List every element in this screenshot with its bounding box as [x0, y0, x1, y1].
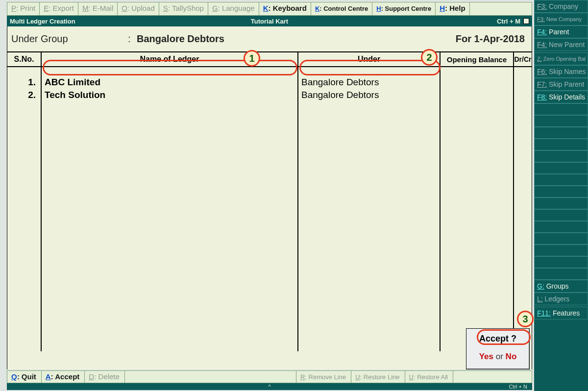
side-ledgers: L: Ledgers — [534, 293, 588, 305]
menu-upload: O: Upload — [118, 2, 159, 15]
annotation-marker-1: 1 — [244, 50, 260, 67]
row-sno: 1. — [7, 76, 36, 89]
accept-yes[interactable]: Yes — [479, 352, 493, 361]
strip-left: Multi Ledger Creation — [10, 18, 75, 25]
side-empty — [534, 233, 588, 244]
side-new-company: F3: New Company — [534, 13, 588, 25]
accept-no[interactable]: No — [506, 352, 517, 361]
menu-export: E: Export — [40, 2, 78, 15]
side-company: F3: Company — [534, 0, 588, 13]
row-sno: 2. — [7, 89, 36, 101]
accept-or: or — [496, 352, 506, 361]
side-parent[interactable]: F4: Parent — [534, 25, 588, 38]
side-empty — [534, 197, 588, 209]
header-drcr: Dr/Cr — [514, 52, 532, 66]
under-group-label: Under Group — [11, 33, 128, 45]
side-empty — [534, 244, 588, 256]
side-features[interactable]: F11: Features — [534, 307, 588, 319]
calc-shortcut: Ctrl + N — [509, 384, 527, 390]
menu-tallyshop: S: TallyShop — [159, 2, 208, 15]
bottom-spacer — [453, 371, 532, 383]
title-strip: Multi Ledger Creation Tutorial Kart Ctrl… — [7, 16, 532, 26]
col-drcr[interactable] — [514, 67, 532, 351]
menu-support-centre[interactable]: H: Support Centre — [372, 2, 436, 15]
ledger-name-cell[interactable]: ABC Limited — [45, 76, 297, 89]
as-on-date: For 1-Apr-2018 — [456, 33, 525, 45]
side-empty — [534, 221, 588, 233]
bottom-menu: Q: QuitA: AcceptD: DeleteR: Remove LineU… — [7, 370, 532, 383]
ledger-under-cell[interactable]: Bangalore Debtors — [301, 76, 440, 89]
col-under[interactable]: Bangalore DebtorsBangalore Debtors — [298, 67, 441, 351]
col-name[interactable]: ABC LimitedTech Solution — [42, 67, 298, 351]
menu-e-mail: M: E-Mail — [78, 2, 118, 15]
side-empty — [534, 127, 588, 139]
side-empty — [534, 174, 588, 186]
side-empty — [534, 268, 588, 280]
bottom-quit[interactable]: Q: Quit — [7, 371, 42, 383]
header-opening-balance: Opening Balance — [441, 52, 514, 66]
header-sno: S.No. — [7, 52, 42, 66]
ledger-name-cell[interactable]: Tech Solution — [45, 89, 297, 101]
ledger-under-cell[interactable]: Bangalore Debtors — [301, 89, 440, 101]
menu-keyboard[interactable]: K: Keyboard — [259, 2, 311, 15]
menu-print: P: Print — [7, 2, 40, 15]
bottom-restore-line: U: Restore Line — [351, 371, 405, 383]
under-group-value: Bangalore Debtors — [137, 33, 224, 45]
strip-center: Tutorial Kart — [251, 18, 288, 25]
menu-help[interactable]: H: Help — [436, 2, 470, 15]
side-skip-names: F6: Skip Names — [534, 65, 588, 78]
annotation-halo-2 — [299, 60, 441, 75]
side-button-panel: F3: CompanyF3: New CompanyF4: ParentF4: … — [534, 0, 588, 391]
sub-header: Under Group : Bangalore Debtors For 1-Ap… — [7, 26, 532, 51]
side-empty — [534, 150, 588, 162]
side-empty — [534, 209, 588, 221]
bottom-restore-all: U: Restore All — [405, 371, 453, 383]
annotation-halo-3 — [477, 329, 531, 345]
bottom-delete: D: Delete — [85, 371, 125, 383]
bottom-accept[interactable]: A: Accept — [42, 371, 85, 383]
annotation-marker-3: 3 — [517, 311, 534, 327]
caret-up-icon: ^ — [268, 384, 270, 390]
col-opening-balance[interactable] — [441, 67, 514, 351]
colon: : — [128, 33, 137, 45]
bottom-spacer — [125, 371, 296, 383]
side-empty — [534, 186, 588, 197]
work-area: Under Group : Bangalore Debtors For 1-Ap… — [7, 26, 532, 369]
side-empty — [534, 256, 588, 268]
strip-shortcut: Ctrl + M — [497, 18, 520, 25]
top-menu: P: PrintE: ExportM: E-MailO: UploadS: Ta… — [7, 2, 532, 16]
side-skip-parent: F7: Skip Parent — [534, 78, 588, 91]
menu-language: G: Language — [208, 2, 259, 15]
annotation-marker-2: 2 — [421, 49, 438, 66]
side-empty — [534, 115, 588, 127]
side-groups[interactable]: G: Groups — [534, 280, 588, 293]
col-sno: 1.2. — [7, 67, 42, 351]
side-empty — [534, 162, 588, 174]
minimize-box[interactable] — [523, 18, 529, 24]
side-empty — [534, 103, 588, 115]
side-empty — [534, 139, 588, 150]
bottom-remove-line: R: Remove Line — [296, 371, 351, 383]
side-new-parent: F4: New Parent — [534, 38, 588, 51]
side-zero-opening-bal: Z: Zero Opening Bal — [534, 52, 588, 65]
ledger-table-body: 1.2. ABC LimitedTech Solution Bangalore … — [7, 67, 532, 351]
calculator-strip[interactable]: ^ Ctrl + N — [7, 383, 532, 390]
menu-control-centre[interactable]: K: Control Centre — [311, 2, 372, 15]
side-skip-details[interactable]: F8: Skip Details — [534, 91, 588, 103]
